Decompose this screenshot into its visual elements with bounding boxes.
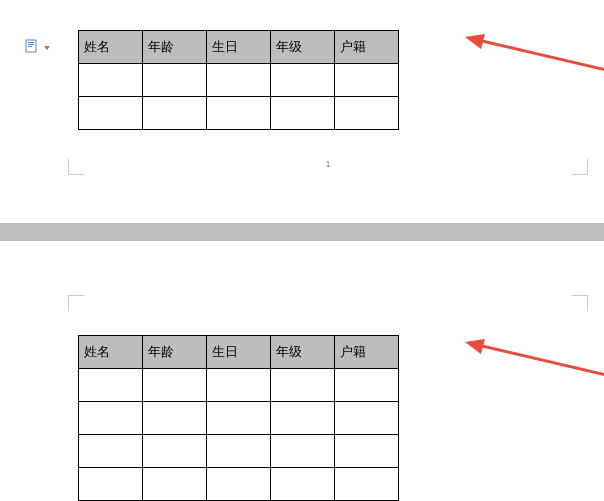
cell[interactable] <box>335 64 399 97</box>
cell[interactable] <box>207 435 271 468</box>
cell[interactable] <box>335 402 399 435</box>
cell[interactable] <box>335 468 399 501</box>
cell[interactable] <box>271 97 335 130</box>
table-row <box>79 64 399 97</box>
header-cell[interactable]: 姓名 <box>79 31 143 64</box>
chevron-down-icon <box>44 46 50 50</box>
cell[interactable] <box>271 468 335 501</box>
page-corner-mark <box>68 295 84 311</box>
cell[interactable] <box>143 369 207 402</box>
annotation-arrow-icon <box>463 24 604 84</box>
header-cell[interactable]: 姓名 <box>79 336 143 369</box>
page-gap <box>0 223 604 241</box>
cell[interactable] <box>79 402 143 435</box>
cell[interactable] <box>79 369 143 402</box>
cell[interactable] <box>143 64 207 97</box>
cell[interactable] <box>271 64 335 97</box>
cell[interactable] <box>143 435 207 468</box>
svg-rect-2 <box>28 44 34 45</box>
cell[interactable] <box>143 402 207 435</box>
cell[interactable] <box>143 97 207 130</box>
cell[interactable] <box>335 435 399 468</box>
cell[interactable] <box>143 468 207 501</box>
table-header-row: 姓名 年龄 生日 年级 户籍 <box>79 31 399 64</box>
table-header-row: 姓名 年龄 生日 年级 户籍 <box>79 336 399 369</box>
paste-options-button[interactable] <box>25 38 50 58</box>
cell[interactable] <box>271 402 335 435</box>
page-2: 姓名 年龄 生日 年级 户籍 <box>68 295 588 501</box>
clipboard-icon <box>25 38 39 58</box>
page-1: 姓名 年龄 生日 年级 户籍 1 <box>68 0 588 175</box>
table-row <box>79 369 399 402</box>
svg-line-4 <box>478 40 604 74</box>
svg-rect-3 <box>28 46 32 47</box>
svg-marker-7 <box>465 339 485 354</box>
cell[interactable] <box>271 369 335 402</box>
table-row <box>79 435 399 468</box>
table-row <box>79 468 399 501</box>
header-cell[interactable]: 生日 <box>207 31 271 64</box>
table-row <box>79 402 399 435</box>
annotation-arrow-icon <box>463 329 604 389</box>
cell[interactable] <box>207 402 271 435</box>
svg-rect-1 <box>28 42 34 43</box>
header-cell[interactable]: 户籍 <box>335 336 399 369</box>
page-corner-mark <box>572 295 588 311</box>
page-number: 1 <box>68 159 588 169</box>
header-cell[interactable]: 年级 <box>271 336 335 369</box>
data-table-1[interactable]: 姓名 年龄 生日 年级 户籍 <box>78 30 399 130</box>
cell[interactable] <box>335 97 399 130</box>
cell[interactable] <box>79 97 143 130</box>
data-table-2[interactable]: 姓名 年龄 生日 年级 户籍 <box>78 335 399 501</box>
svg-marker-5 <box>465 34 485 49</box>
cell[interactable] <box>79 435 143 468</box>
header-cell[interactable]: 年龄 <box>143 31 207 64</box>
cell[interactable] <box>335 369 399 402</box>
cell[interactable] <box>207 64 271 97</box>
cell[interactable] <box>207 369 271 402</box>
header-cell[interactable]: 年级 <box>271 31 335 64</box>
header-cell[interactable]: 户籍 <box>335 31 399 64</box>
cell[interactable] <box>79 64 143 97</box>
header-cell[interactable]: 生日 <box>207 336 271 369</box>
cell[interactable] <box>271 435 335 468</box>
svg-line-6 <box>478 345 604 379</box>
cell[interactable] <box>207 468 271 501</box>
cell[interactable] <box>207 97 271 130</box>
table-row <box>79 97 399 130</box>
cell[interactable] <box>79 468 143 501</box>
header-cell[interactable]: 年龄 <box>143 336 207 369</box>
